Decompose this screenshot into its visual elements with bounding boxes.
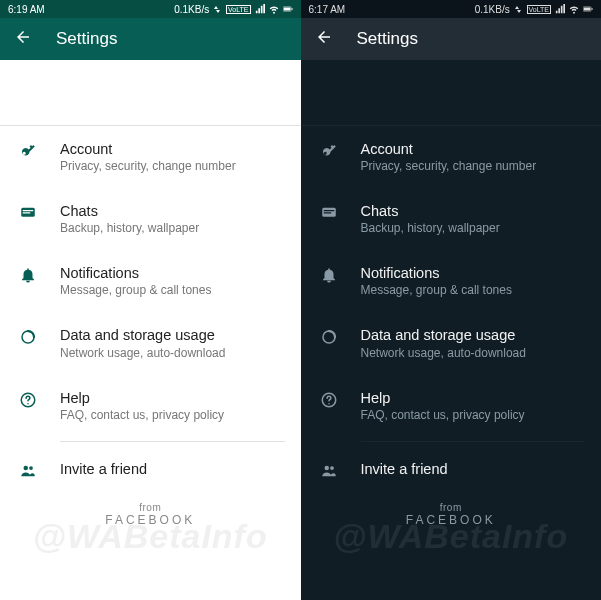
item-texts: Account Privacy, security, change number [60,140,285,174]
back-button[interactable] [14,28,32,50]
status-right: 0.1KB/s VoLTE [174,3,292,15]
page-title: Settings [357,29,418,49]
chat-icon [18,202,38,222]
footer-from: from [301,502,602,513]
status-bar: 6:19 AM 0.1KB/s VoLTE [0,0,301,18]
settings-account[interactable]: Account Privacy, security, change number [0,126,301,188]
divider [361,441,586,442]
settings-invite[interactable]: Invite a friend [301,446,602,494]
chat-icon [319,202,339,222]
item-label: Account [60,140,285,158]
status-net: 0.1KB/s [174,3,222,15]
help-icon [18,389,38,409]
key-icon [18,140,38,160]
footer-brand: FACEBOOK [0,513,301,527]
divider [60,441,285,442]
data-icon [319,326,339,346]
page-title: Settings [56,29,117,49]
svg-point-15 [328,403,330,405]
phone-dark: 6:17 AM 0.1KB/s VoLTE Settings Account P… [301,0,602,600]
footer: from FACEBOOK [0,494,301,531]
svg-point-8 [29,466,33,470]
profile-area[interactable] [0,60,301,125]
status-right: 0.1KB/s VoLTE [475,3,593,15]
item-subtitle: Privacy, security, change number [60,159,285,174]
battery-icon [283,4,293,14]
svg-rect-2 [291,8,292,10]
settings-account[interactable]: Account Privacy, security, change number [301,126,602,188]
settings-help[interactable]: Help FAQ, contact us, privacy policy [0,375,301,437]
people-icon [18,460,38,480]
footer-brand: FACEBOOK [301,513,602,527]
footer-from: from [0,502,301,513]
phone-light: 6:19 AM 0.1KB/s VoLTE Settings Account P… [0,0,301,600]
settings-data[interactable]: Data and storage usage Network usage, au… [0,312,301,374]
status-time: 6:19 AM [8,4,45,15]
wifi-icon [569,4,579,14]
settings-invite[interactable]: Invite a friend [0,446,301,494]
settings-notifications[interactable]: Notifications Message, group & call tone… [0,250,301,312]
svg-point-7 [24,465,29,470]
svg-point-17 [330,466,334,470]
svg-point-16 [324,465,329,470]
back-icon [14,28,32,46]
settings-help[interactable]: Help FAQ, contact us, privacy policy [301,375,602,437]
svg-point-6 [27,403,29,405]
wifi-icon [269,4,279,14]
svg-rect-1 [283,7,290,10]
svg-rect-10 [584,7,591,10]
settings-data[interactable]: Data and storage usage Network usage, au… [301,312,602,374]
back-button[interactable] [315,28,333,50]
app-bar: Settings [301,18,602,60]
data-icon [18,326,38,346]
updown-icon [513,3,523,13]
bell-icon [319,264,339,284]
help-icon [319,389,339,409]
status-net: 0.1KB/s [475,3,523,15]
key-icon [319,140,339,160]
status-time: 6:17 AM [309,4,346,15]
footer: from FACEBOOK [301,494,602,531]
bell-icon [18,264,38,284]
status-bar: 6:17 AM 0.1KB/s VoLTE [301,0,602,18]
updown-icon [212,3,222,13]
volte-label: VoLTE [527,5,552,14]
signal-icon [255,4,265,14]
signal-icon [555,4,565,14]
people-icon [319,460,339,480]
settings-chats[interactable]: Chats Backup, history, wallpaper [0,188,301,250]
back-icon [315,28,333,46]
settings-notifications[interactable]: Notifications Message, group & call tone… [301,250,602,312]
volte-label: VoLTE [226,5,251,14]
app-bar: Settings [0,18,301,60]
svg-rect-11 [592,8,593,10]
profile-area[interactable] [301,60,602,125]
settings-chats[interactable]: Chats Backup, history, wallpaper [301,188,602,250]
battery-icon [583,4,593,14]
